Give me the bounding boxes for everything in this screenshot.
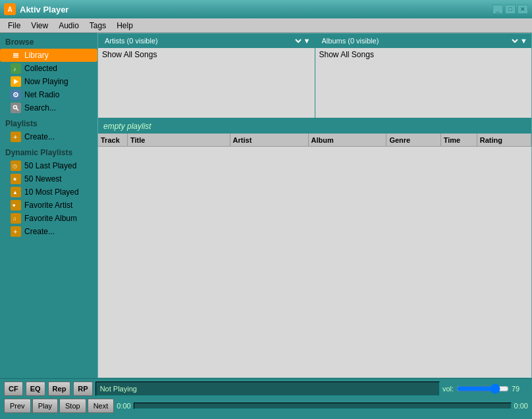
browsers: Artists (0 visible) ▼ Show All Songs Alb… [98,34,531,119]
fav-artist-icon: ♥ [11,200,21,210]
controls-row1: CF EQ Rep RP Not Playing vol: 79 [4,382,528,396]
table-header: Track Title Artist Album Genre Time Rati… [98,134,531,147]
now-playing-display: Not Playing [95,382,440,396]
collected-icon: ♪ [11,63,21,74]
albums-list: Show All Songs [315,48,532,118]
sidebar-item-fav-artist[interactable]: ♥ Favorite Artist [0,199,97,212]
sidebar-item-search-label: Search... [24,103,56,112]
menu-file[interactable]: File [3,20,26,32]
svg-rect-11 [12,104,20,112]
svg-rect-3 [13,57,18,58]
svg-text:+: + [13,133,17,141]
create-playlist-icon: + [11,132,21,142]
svg-text:♥: ♥ [13,203,16,209]
vol-label: vol: [442,385,454,393]
svg-text:♪: ♪ [13,66,16,72]
col-artist[interactable]: Artist [230,134,309,146]
minimize-button[interactable]: _ [492,5,503,14]
svg-text:★: ★ [13,176,17,182]
sidebar-item-create-dynamic-label: Create... [24,227,55,236]
col-rating[interactable]: Rating [477,134,531,146]
track-table: Track Title Artist Album Genre Time Rati… [98,134,531,378]
nowplaying-icon [11,76,21,87]
bottom-bar: CF EQ Rep RP Not Playing vol: 79 Prev Pl… [0,378,532,419]
rp-button[interactable]: RP [73,382,92,396]
progress-bar[interactable] [134,403,512,409]
sidebar-item-newest-label: 50 Newest [24,174,62,184]
col-title[interactable]: Title [128,134,230,146]
app-icon: A [4,3,16,15]
last-played-icon: ◷ [11,160,21,171]
artists-dropdown[interactable]: Artists (0 visible) [102,36,304,45]
prev-button[interactable]: Prev [4,399,31,413]
create-dynamic-icon: + [11,226,21,237]
netradio-icon [11,89,21,100]
albums-show-all[interactable]: Show All Songs [317,49,531,60]
time-end: 0:00 [514,402,528,410]
sidebar-item-nowplaying-label: Now Playing [24,77,68,86]
eq-button[interactable]: EQ [26,382,45,396]
rep-button[interactable]: Rep [48,382,71,396]
menu-audio[interactable]: Audio [53,20,84,32]
sidebar-item-most-played-label: 10 Most Played [24,187,79,197]
sidebar-item-search[interactable]: Search... [0,101,97,114]
cf-button[interactable]: CF [4,382,23,396]
maximize-button[interactable]: □ [505,5,516,14]
title-left: A Aktiv Player [4,3,68,15]
browse-header: Browse [0,36,97,49]
sidebar-item-library[interactable]: Library [0,49,97,62]
library-icon [11,50,21,61]
col-genre[interactable]: Genre [386,134,440,146]
playlist-status: empty playlist [103,122,151,131]
most-played-icon: ▲ [11,187,21,197]
play-button[interactable]: Play [32,399,58,413]
sidebar-item-create-playlist-label: Create... [24,132,55,141]
artists-panel: Artists (0 visible) ▼ Show All Songs [98,34,315,118]
playback-buttons: Prev Play Stop Next [4,399,114,413]
sidebar-item-netradio-label: Net Radio [24,90,59,99]
artists-header: Artists (0 visible) ▼ [98,34,315,48]
sidebar-item-most-played[interactable]: ▲ 10 Most Played [0,185,97,199]
close-button[interactable]: ✕ [518,5,528,14]
fav-album-icon: ♫ [11,213,21,224]
albums-panel: Albums (0 visible) ▼ Show All Songs [315,34,532,118]
col-album[interactable]: Album [309,134,387,146]
playlist-status-bar: empty playlist [98,119,531,134]
menu-help[interactable]: Help [111,20,138,32]
next-button[interactable]: Next [88,399,115,413]
main-container: Browse Library ♪ Collected Now Playing N… [0,33,532,378]
sidebar-item-collected[interactable]: ♪ Collected [0,62,97,75]
sidebar-item-fav-artist-label: Favorite Artist [24,201,72,210]
svg-point-10 [15,94,16,95]
svg-text:♫: ♫ [13,216,16,222]
table-body [98,147,531,378]
albums-dropdown[interactable]: Albums (0 visible) [319,36,521,45]
sidebar-item-create-playlist[interactable]: + Create... [0,130,97,143]
sidebar-item-library-label: Library [24,51,49,60]
sidebar-item-fav-album[interactable]: ♫ Favorite Album [0,212,97,225]
svg-rect-1 [13,53,18,55]
menu-view[interactable]: View [26,20,53,32]
sidebar-item-fav-album-label: Favorite Album [24,214,77,223]
dynamic-playlists-header: Dynamic Playlists [0,146,97,159]
sidebar-item-newest[interactable]: ★ 50 Newest [0,172,97,185]
menu-tags[interactable]: Tags [84,20,111,32]
sidebar-item-last-played[interactable]: ◷ 50 Last Played [0,159,97,172]
svg-text:◷: ◷ [13,163,17,169]
content-area: Artists (0 visible) ▼ Show All Songs Alb… [97,33,532,378]
vol-value: 79 [512,385,528,393]
albums-header: Albums (0 visible) ▼ [315,34,532,48]
col-time[interactable]: Time [441,134,477,146]
col-track[interactable]: Track [98,134,128,146]
volume-slider[interactable] [456,384,509,393]
artists-show-all[interactable]: Show All Songs [99,49,313,60]
search-icon [11,103,21,113]
svg-text:+: + [13,228,17,235]
sidebar: Browse Library ♪ Collected Now Playing N… [0,33,97,378]
artists-list: Show All Songs [98,48,315,118]
sidebar-item-netradio[interactable]: Net Radio [0,88,97,101]
sidebar-item-nowplaying[interactable]: Now Playing [0,75,97,88]
stop-button[interactable]: Stop [59,399,86,413]
albums-dropdown-arrow: ▼ [520,37,527,45]
sidebar-item-create-dynamic[interactable]: + Create... [0,225,97,238]
